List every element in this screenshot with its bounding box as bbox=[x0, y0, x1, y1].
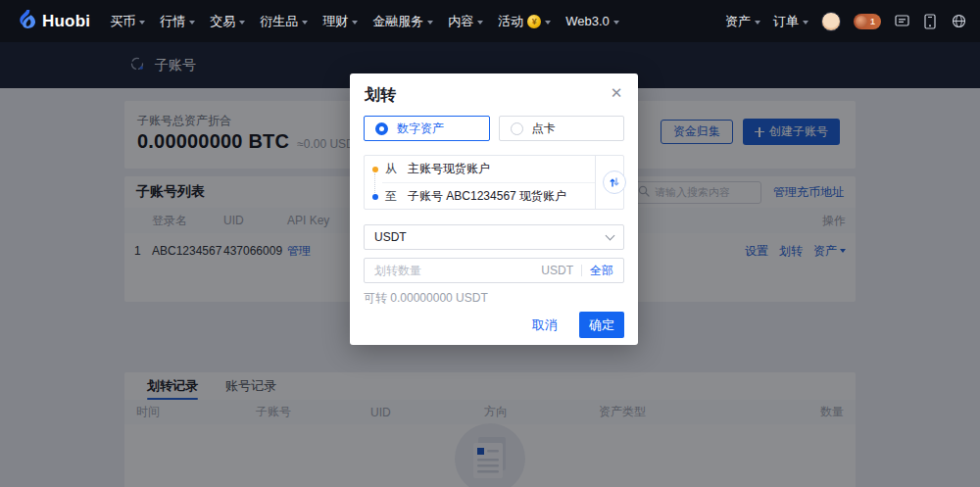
chevron-down-icon bbox=[189, 21, 195, 24]
main-menu: 买币 行情 交易 衍生品 理财 金融服务 内容 活动¥ Web3.0 bbox=[110, 13, 619, 30]
user-avatar[interactable] bbox=[821, 12, 841, 31]
currency-value: USDT bbox=[374, 230, 407, 244]
gold-coin-icon: ¥ bbox=[527, 15, 541, 28]
rewards-emblem-icon bbox=[856, 16, 867, 27]
nav-item-web3[interactable]: Web3.0 bbox=[565, 14, 619, 28]
radio-selected-icon bbox=[375, 122, 388, 135]
cancel-button[interactable]: 取消 bbox=[532, 317, 558, 334]
from-account-row[interactable]: 从 主账号现货账户 bbox=[365, 156, 595, 182]
to-dot-icon bbox=[372, 194, 378, 200]
from-account-value: 主账号现货账户 bbox=[408, 161, 490, 177]
nav-item-earn[interactable]: 理财 bbox=[322, 13, 358, 30]
swap-arrows-icon bbox=[609, 176, 620, 188]
available-balance-text: 可转 0.00000000 USDT bbox=[364, 290, 488, 307]
top-navbar: Huobi 买币 行情 交易 衍生品 理财 金融服务 内容 活动¥ Web3.0… bbox=[0, 0, 980, 42]
nav-item-buy-crypto[interactable]: 买币 bbox=[110, 13, 145, 30]
option-point-card[interactable]: 点卡 bbox=[499, 116, 625, 141]
chevron-down-icon bbox=[302, 21, 308, 24]
chevron-down-icon bbox=[352, 21, 358, 24]
rewards-count: 1 bbox=[870, 17, 875, 26]
amount-input-box: USDT 全部 bbox=[364, 258, 624, 283]
nav-item-content[interactable]: 内容 bbox=[448, 13, 483, 30]
from-dot-icon bbox=[372, 167, 378, 172]
option-digital-asset[interactable]: 数字资产 bbox=[364, 116, 490, 141]
flame-icon bbox=[20, 10, 36, 32]
nav-item-orders[interactable]: 订单 bbox=[773, 13, 808, 30]
chevron-down-icon bbox=[139, 21, 145, 24]
from-to-box: 从 主账号现货账户 至 子账号 ABC1234567 现货账户 bbox=[364, 155, 624, 210]
swap-direction-button[interactable] bbox=[603, 170, 626, 194]
chevron-down-icon bbox=[755, 21, 760, 24]
amount-unit: USDT bbox=[541, 264, 573, 277]
mobile-app-icon[interactable] bbox=[922, 14, 938, 29]
rewards-badge[interactable]: 1 bbox=[854, 14, 881, 29]
nav-item-markets[interactable]: 行情 bbox=[160, 13, 195, 30]
radio-unselected-icon bbox=[511, 122, 523, 135]
nav-item-activity[interactable]: 活动¥ bbox=[498, 13, 551, 30]
navbar-right: 资产 订单 1 bbox=[725, 12, 966, 31]
divider bbox=[581, 265, 582, 276]
to-account-row[interactable]: 至 子账号 ABC1234567 现货账户 bbox=[365, 183, 595, 210]
support-chat-icon[interactable] bbox=[894, 14, 909, 29]
modal-title: 划转 bbox=[365, 85, 396, 106]
huobi-logo[interactable]: Huobi bbox=[20, 10, 90, 32]
transfer-modal: 划转 ✕ 数字资产 点卡 从 主账号现货账户 bbox=[350, 73, 638, 345]
nav-item-financial-services[interactable]: 金融服务 bbox=[372, 13, 433, 30]
confirm-button[interactable]: 确定 bbox=[579, 312, 624, 338]
currency-select[interactable]: USDT bbox=[364, 224, 624, 250]
chevron-down-icon bbox=[613, 21, 619, 24]
max-all-button[interactable]: 全部 bbox=[590, 263, 613, 279]
chevron-down-icon bbox=[803, 21, 808, 24]
page: Huobi 买币 行情 交易 衍生品 理财 金融服务 内容 活动¥ Web3.0… bbox=[0, 0, 980, 487]
amount-input[interactable] bbox=[374, 264, 541, 277]
chevron-down-icon bbox=[545, 21, 551, 24]
brand-name: Huobi bbox=[42, 12, 90, 31]
nav-item-assets[interactable]: 资产 bbox=[725, 13, 760, 30]
chevron-down-icon bbox=[239, 21, 245, 24]
chevron-down-icon bbox=[606, 231, 615, 241]
chevron-down-icon bbox=[477, 21, 483, 24]
nav-item-derivatives[interactable]: 衍生品 bbox=[260, 13, 308, 30]
chevron-down-icon bbox=[427, 21, 433, 24]
language-globe-icon[interactable] bbox=[951, 14, 966, 29]
to-account-value: 子账号 ABC1234567 现货账户 bbox=[408, 188, 566, 205]
nav-item-trade[interactable]: 交易 bbox=[210, 13, 245, 30]
close-icon[interactable]: ✕ bbox=[609, 85, 624, 101]
